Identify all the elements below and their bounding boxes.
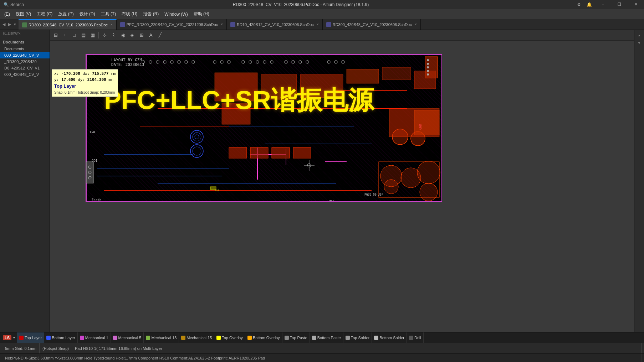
menu-item-tools[interactable]: 工具 (T)	[98, 10, 119, 19]
layer-label-bot-solder: Bottom Solder	[379, 336, 404, 340]
svg-point-46	[213, 61, 216, 63]
layer-item-mech5[interactable]: Mechanical 5	[111, 332, 144, 343]
svg-rect-6	[382, 67, 411, 80]
select-tool-btn[interactable]: ⊹	[100, 31, 109, 39]
svg-point-22	[193, 147, 201, 155]
sidebar: e1.DsnWrk Documents Documents 000_220S48…	[0, 30, 50, 332]
layer-item-mech13[interactable]: Mechanical 13	[144, 332, 179, 343]
status-snap: (Hotspot Snap)	[40, 343, 72, 353]
layer-item-top[interactable]: Top Layer	[17, 332, 44, 343]
menu-item-design[interactable]: 设计 (D)	[77, 10, 98, 19]
canvas-area[interactable]: ⊟ + □ ▤ ▦ ⊹ ⌇ ◉ ◈ ⊞ A ╱ x: -170.200 dx: …	[50, 30, 634, 332]
svg-rect-5	[347, 69, 379, 83]
menu-item-help[interactable]: 帮助 (H)	[191, 10, 212, 19]
sidebar-item-1[interactable]: 000_220S48_CV_V	[0, 52, 50, 58]
status-bar: 5mm Grid: 0.1mm (Hotspot Snap) Pad HS10-…	[0, 343, 644, 353]
svg-point-44	[185, 61, 188, 63]
grid-tool-btn[interactable]: ▦	[88, 31, 97, 39]
coord-y-val: 17.600	[61, 77, 76, 82]
route-tool-btn[interactable]: ⌇	[109, 31, 118, 39]
menu-item-e[interactable]: (E)	[1, 10, 13, 18]
restore-button[interactable]: ❐	[611, 0, 628, 9]
layer-item-drill[interactable]: Drill	[407, 332, 424, 343]
svg-point-20	[195, 135, 199, 139]
sidebar-item-4[interactable]: 000_420S48_CV_V	[0, 71, 50, 78]
active-layer-name: Top Layer	[54, 83, 116, 90]
right-panel-btn1[interactable]: ▲	[635, 31, 643, 39]
menu-item-view[interactable]: 视图 (V)	[13, 10, 34, 19]
tab-sch3-close[interactable]: ×	[415, 22, 417, 26]
bell-icon[interactable]: 🔔	[584, 2, 595, 7]
menu-item-place[interactable]: 放置 (P)	[55, 10, 76, 19]
tab-sch3[interactable]: RD300_420S48_CV_V10_20230606.SchDoc ×	[323, 19, 421, 30]
menu-item-report[interactable]: 报告 (R)	[140, 10, 162, 19]
svg-point-66	[427, 73, 429, 76]
sidebar-item-2[interactable]: _RD300_220S420	[0, 58, 50, 65]
layer-item-top-solder[interactable]: Top Solder	[343, 332, 372, 343]
rect-tool-btn[interactable]: □	[70, 31, 78, 39]
tab-sch2-close[interactable]: ×	[317, 22, 319, 26]
coord-dx-val: 715.577	[92, 71, 108, 76]
tab-sch1[interactable]: PFC_RD300_220S420_CV_V10_20221208.SchDoc…	[117, 19, 227, 30]
close-button[interactable]: ✕	[628, 0, 644, 9]
tab-sch3-icon	[326, 22, 331, 27]
sidebar-item-3[interactable]: D0_420S12_CV_V1	[0, 65, 50, 71]
gear-icon[interactable]: ⚙	[574, 2, 584, 7]
menu-item-route[interactable]: 布线 (U)	[119, 10, 140, 19]
filter-tool-btn[interactable]: ⊟	[51, 31, 60, 39]
tab-sch2[interactable]: RD10_420S12_CV_V10_20230606.SchDoc ×	[227, 19, 323, 30]
canvas-wrapper[interactable]: x: -170.200 dx: 715.577 mm y: 17.600 dy:…	[50, 41, 634, 332]
tab-pcb-label: RD300_220S48_CV_V10_20230606.PcbDoc	[29, 23, 108, 27]
menu-item-window[interactable]: Window (W)	[162, 10, 190, 18]
svg-text:Earth: Earth	[92, 198, 101, 201]
svg-point-57	[306, 61, 309, 63]
svg-point-48	[228, 61, 230, 63]
tab-nav-right[interactable]: ▶	[7, 22, 12, 27]
text-tool-btn[interactable]: A	[147, 31, 155, 39]
coord-unit1: mm	[111, 71, 116, 76]
layer-item-bottom[interactable]: Bottom Layer	[44, 332, 77, 343]
app-title: RD300_220S48_CV_V10_20230606.PcbDoc - Al…	[27, 2, 574, 7]
minimize-button[interactable]: −	[595, 0, 611, 9]
layer-item-bot-overlay[interactable]: Bottom Overlay	[245, 332, 282, 343]
line-tool-btn[interactable]: ╱	[156, 31, 164, 39]
layer-dropdown-arrow[interactable]: ▼	[12, 336, 16, 340]
via-tool-btn[interactable]: ◉	[119, 31, 127, 39]
svg-point-43	[178, 61, 180, 63]
sidebar-item-docs[interactable]: Documents	[0, 46, 50, 52]
add-tool-btn[interactable]: +	[61, 31, 69, 39]
svg-text:MD4: MD4	[329, 200, 334, 201]
pad-tool-btn[interactable]: ◈	[128, 31, 137, 39]
svg-point-64	[427, 66, 429, 68]
horizontal-toolbar: ⊟ + □ ▤ ▦ ⊹ ⌇ ◉ ◈ ⊞ A ╱	[50, 30, 634, 41]
pcb-board[interactable]: LAYOUT BY GZM DATE: 20230613 PFC+LLC+SR谐…	[86, 54, 442, 202]
svg-point-63	[427, 63, 429, 65]
pcb-svg-overlay: Earth GD1 PG30_00_JSP GND DC45V MD4	[86, 55, 441, 201]
right-panel-btn2[interactable]: ▼	[635, 39, 643, 47]
chart-tool-btn[interactable]: ▤	[79, 31, 88, 39]
layer-item-mech15[interactable]: Mechanical 15	[179, 332, 214, 343]
layer-item-bot-paste[interactable]: Bottom Paste	[310, 332, 343, 343]
tab-menu-icon[interactable]: ▾	[13, 22, 17, 27]
layer-item-top-overlay[interactable]: Top Overlay	[214, 332, 245, 343]
svg-point-52	[263, 61, 266, 63]
svg-point-19	[193, 133, 201, 141]
comp-tool-btn[interactable]: ⊞	[137, 31, 146, 39]
tab-pcb[interactable]: RD300_220S48_CV_V10_20230606.PcbDoc ×	[19, 19, 117, 30]
tab-sch2-icon	[230, 22, 235, 27]
layer-item-bot-solder[interactable]: Bottom Solder	[372, 332, 407, 343]
svg-point-56	[299, 61, 302, 63]
coord-x-label: x:	[54, 71, 59, 76]
tab-pcb-close[interactable]: ×	[111, 23, 113, 27]
status-grid: 5mm Grid: 0.1mm	[2, 343, 40, 353]
layer-color-bot-overlay	[247, 336, 252, 340]
layer-item-top-paste[interactable]: Top Paste	[282, 332, 310, 343]
svg-point-51	[256, 61, 259, 63]
layer-item-mech1[interactable]: Mechanical 1	[78, 332, 111, 343]
svg-text:PSI: PSI	[215, 189, 219, 192]
menu-item-project[interactable]: 工程 (C)	[34, 10, 55, 19]
tab-sch1-close[interactable]: ×	[221, 22, 223, 26]
tab-nav-left[interactable]: ◀	[1, 22, 6, 27]
ls-badge[interactable]: LS	[3, 335, 11, 340]
layer-bar: LS ▼ Top Layer Bottom Layer Mechanical 1…	[0, 332, 644, 343]
